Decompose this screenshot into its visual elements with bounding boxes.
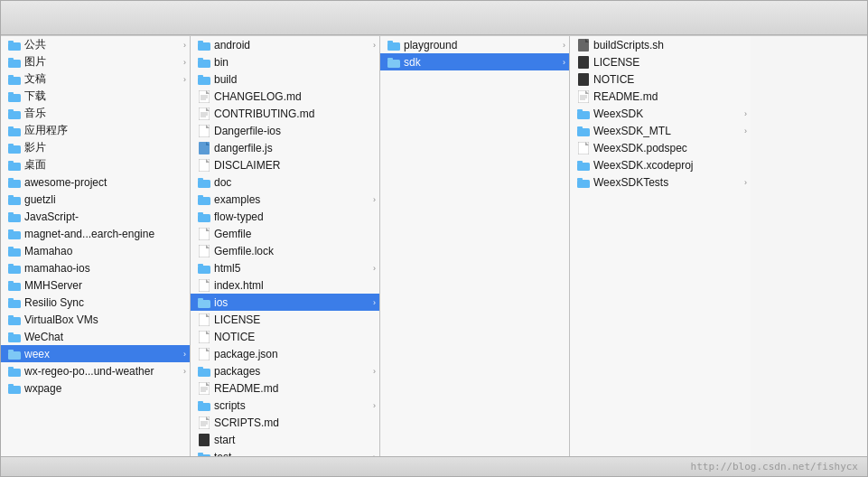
svg-rect-79	[198, 298, 203, 301]
item-name: WeexSDK_MTL	[593, 125, 744, 137]
folder-item[interactable]: guetzli	[1, 191, 190, 208]
folder-item[interactable]: Resilio Sync	[1, 294, 190, 311]
folder-icon	[8, 296, 21, 309]
file-item[interactable]: NOTICE	[570, 70, 751, 88]
svg-rect-10	[8, 128, 21, 136]
watermark: http://blog.csdn.net/fishycx	[691, 461, 858, 472]
file-item[interactable]: Gemfile	[191, 225, 379, 242]
expand-arrow: ›	[183, 367, 186, 376]
file-item[interactable]: CHANGELOG.md	[191, 88, 379, 105]
svg-rect-95	[199, 416, 210, 429]
folder-item[interactable]: 影片	[1, 139, 190, 156]
folder-icon	[198, 56, 210, 69]
item-name: WeexSDK	[593, 108, 744, 120]
folder-item[interactable]: WeChat	[1, 328, 190, 345]
folder-item[interactable]: scripts›	[191, 397, 379, 414]
folder-item[interactable]: Mamahao	[1, 242, 190, 259]
toolbar	[1, 1, 867, 35]
folder-icon	[387, 39, 400, 51]
file-item[interactable]: WeexSDK.podspec	[570, 139, 751, 156]
expand-arrow: ›	[183, 41, 186, 50]
file-item[interactable]: README.md	[191, 379, 379, 397]
folder-item[interactable]: JavaScript-	[1, 208, 190, 225]
folder-item[interactable]: android›	[191, 36, 379, 53]
item-name: 公共	[24, 37, 183, 52]
item-name: buildScripts.sh	[593, 39, 747, 51]
folder-item[interactable]: 文稿›	[1, 70, 190, 88]
folder-item[interactable]: examples›	[191, 191, 379, 208]
file-item[interactable]: SCRIPTS.md	[191, 414, 379, 431]
file-item[interactable]: start	[191, 431, 379, 448]
svg-rect-38	[8, 369, 21, 377]
folder-item[interactable]: doc	[191, 173, 379, 191]
file-item[interactable]: Dangerfile-ios	[191, 122, 379, 139]
svg-rect-44	[198, 60, 210, 68]
folder-item[interactable]: WeexSDK›	[570, 105, 751, 122]
folder-item[interactable]: ios›	[191, 294, 379, 311]
svg-rect-11	[8, 126, 14, 129]
folder-item[interactable]: packages›	[191, 362, 379, 379]
svg-rect-47	[198, 75, 203, 78]
svg-rect-74	[198, 266, 210, 274]
folder-item[interactable]: html5›	[191, 259, 379, 276]
file-item[interactable]: Gemfile.lock	[191, 242, 379, 259]
folder-item[interactable]: MMHServer	[1, 276, 190, 294]
folder-item[interactable]: 桌面	[1, 156, 190, 173]
folder-item[interactable]: wxpage	[1, 379, 190, 397]
item-name: Resilio Sync	[24, 296, 186, 309]
file-item[interactable]: package.json	[191, 345, 379, 362]
file-black-icon	[577, 56, 590, 69]
svg-rect-124	[577, 163, 590, 171]
folder-item[interactable]: test›	[191, 448, 379, 456]
file-item[interactable]: LICENSE	[570, 53, 751, 70]
file-item[interactable]: DISCLAIMER	[191, 156, 379, 173]
svg-rect-42	[198, 42, 210, 51]
folder-item[interactable]: 下载	[1, 88, 190, 105]
folder-icon	[8, 348, 21, 360]
expand-arrow: ›	[373, 367, 376, 376]
folder-item[interactable]: flow-typed	[191, 208, 379, 225]
folder-item[interactable]: mamahao-ios	[1, 259, 190, 276]
folder-item[interactable]: weex›	[1, 345, 190, 362]
svg-rect-67	[198, 195, 203, 198]
file-item[interactable]: README.md	[570, 88, 751, 105]
file-item[interactable]: buildScripts.sh	[570, 36, 751, 53]
svg-rect-15	[8, 161, 14, 164]
svg-rect-105	[387, 42, 400, 51]
folder-item[interactable]: wx-regeo-po...und-weather›	[1, 362, 190, 379]
folder-item[interactable]: WeexSDK.xcodeproj	[570, 156, 751, 173]
folder-item[interactable]: magnet-and...earch-engine	[1, 225, 190, 242]
file-item[interactable]: LICENSE	[191, 311, 379, 328]
folder-item[interactable]: sdk›	[380, 53, 569, 70]
svg-rect-88	[199, 382, 210, 395]
folder-item[interactable]: 图片›	[1, 53, 190, 70]
file-item[interactable]: CONTRIBUTING.md	[191, 105, 379, 122]
svg-rect-65	[198, 178, 203, 181]
folder-item[interactable]: WeexSDK_MTL›	[570, 122, 751, 139]
folder-item[interactable]: VirtualBox VMs	[1, 311, 190, 328]
file-item[interactable]: index.html	[191, 276, 379, 294]
svg-rect-45	[198, 58, 203, 61]
svg-rect-122	[578, 142, 589, 154]
item-name: html5	[214, 262, 373, 275]
item-name: doc	[214, 176, 376, 189]
item-name: MMHServer	[24, 279, 186, 292]
folder-item[interactable]: WeexSDKTests›	[570, 173, 751, 191]
file-item[interactable]: dangerfile.js	[191, 139, 379, 156]
file-item[interactable]: NOTICE	[191, 328, 379, 345]
folder-item[interactable]: playground›	[380, 36, 569, 53]
folder-item[interactable]: bin	[191, 53, 379, 70]
item-name: package.json	[214, 348, 376, 360]
folder-item[interactable]: 音乐	[1, 105, 190, 122]
folder-item[interactable]: awesome-project	[1, 173, 190, 191]
svg-rect-62	[199, 159, 210, 172]
folder-item[interactable]: 应用程序	[1, 122, 190, 139]
folder-item[interactable]: build	[191, 70, 379, 88]
file-md-icon	[198, 416, 210, 429]
folder-icon	[8, 193, 21, 206]
svg-rect-19	[8, 195, 14, 198]
svg-rect-20	[8, 214, 21, 222]
svg-rect-22	[8, 231, 21, 239]
folder-item[interactable]: 公共›	[1, 36, 190, 53]
folder-icon	[8, 365, 21, 378]
